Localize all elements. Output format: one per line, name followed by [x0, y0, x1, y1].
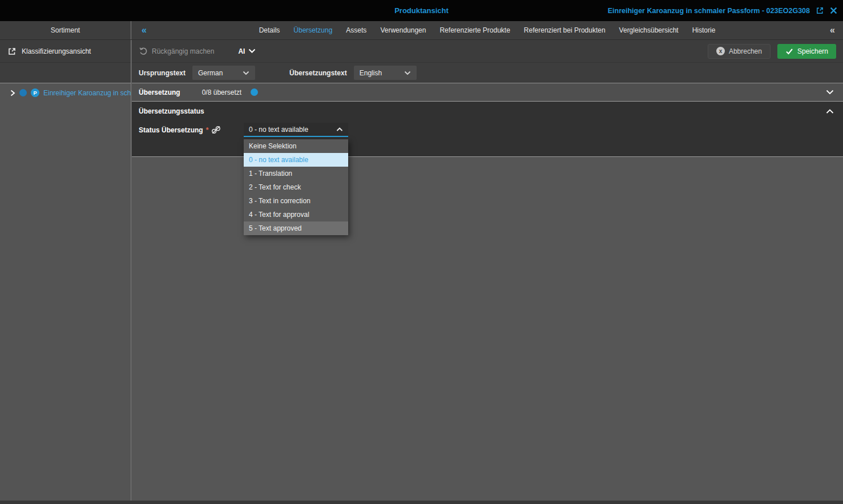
tree-status-dot	[19, 89, 27, 96]
bottom-strip	[0, 501, 843, 504]
translation-section-title: Übersetzung	[139, 88, 180, 96]
toolbar-actions: x Abbrechen Speichern	[708, 44, 836, 59]
classification-view-label: Klassifizierungsansicht	[22, 47, 91, 55]
cancel-button[interactable]: x Abbrechen	[708, 44, 771, 59]
field-label-text: Status Übersetzung	[139, 126, 203, 134]
target-language-label: Übersetzungstext	[289, 69, 347, 77]
ai-dropdown-button[interactable]: AI	[238, 47, 256, 55]
undo-button[interactable]: Rückgängig machen	[139, 47, 214, 55]
cancel-label: Abbrechen	[729, 47, 762, 55]
required-marker: *	[206, 126, 209, 134]
ai-label: AI	[238, 47, 245, 55]
dropdown-option-3-text-in-correction[interactable]: 3 - Text in correction	[244, 194, 348, 208]
translation-status-title: Übersetzungsstatus	[139, 107, 204, 115]
chevron-up-icon[interactable]	[826, 109, 834, 114]
top-bar: Produktansicht Einreihiger Karoanzug in …	[0, 0, 843, 21]
tab-details[interactable]: Details	[259, 26, 280, 34]
chevron-up-icon	[336, 127, 343, 132]
tab-vergleichsuebersicht[interactable]: Vergleichsübersicht	[619, 26, 679, 34]
chevron-down-icon	[248, 49, 256, 54]
tab-strip: « Details Übersetzung Assets Verwendunge…	[131, 21, 843, 39]
collapse-tree-panel-icon[interactable]: «	[142, 25, 147, 35]
checkmark-icon	[785, 48, 793, 55]
tab-referenzierte-produkte[interactable]: Referenzierte Produkte	[439, 26, 510, 34]
source-language-select[interactable]: German	[192, 66, 255, 80]
close-icon[interactable]	[830, 7, 837, 14]
status-translation-field-row: Status Übersetzung * 0 - no text availab…	[132, 123, 843, 137]
cancel-circle-icon: x	[716, 47, 725, 55]
tree-expand-chevron-icon[interactable]	[10, 90, 15, 96]
tab-referenziert-bei-produkten[interactable]: Referenziert bei Produkten	[524, 26, 606, 34]
translation-status-subsection-header[interactable]: Übersetzungsstatus	[132, 102, 843, 121]
status-select-value: 0 - no text available	[249, 126, 308, 134]
language-bar: Ursprungstext German Übersetzungstext En…	[132, 63, 843, 83]
tab-bar: Sortiment « Details Übersetzung Assets V…	[0, 21, 843, 40]
translation-section-header[interactable]: Übersetzung 0/8 übersetzt	[132, 83, 843, 102]
chevron-down-icon	[243, 71, 249, 75]
dropdown-option-2-text-for-check[interactable]: 2 - Text for check	[244, 180, 348, 194]
collapse-right-panel-icon[interactable]: «	[830, 25, 835, 35]
status-select-wrap: 0 - no text available Keine Selektion 0 …	[244, 123, 348, 137]
klassifizierungsansicht-button[interactable]: Klassifizierungsansicht	[0, 40, 131, 63]
source-language-label: Ursprungstext	[139, 69, 185, 77]
status-translation-select[interactable]: 0 - no text available	[244, 123, 348, 137]
save-button[interactable]: Speichern	[777, 44, 836, 59]
dropdown-option-0-no-text-available[interactable]: 0 - no text available	[244, 153, 348, 167]
tab-assets[interactable]: Assets	[346, 26, 366, 34]
dropdown-option-5-text-approved[interactable]: 5 - Text approved	[244, 221, 348, 235]
translation-status-panel: Übersetzungsstatus Status Übersetzung *	[132, 102, 843, 157]
top-bar-right-group: Einreihiger Karoanzug in schmaler Passfo…	[608, 0, 837, 21]
translation-progress-indicator	[251, 88, 258, 96]
sortiment-panel-title: Sortiment	[0, 21, 131, 39]
undo-label: Rückgängig machen	[152, 47, 214, 55]
main-content: Rückgängig machen AI x Abbrechen	[132, 40, 843, 504]
edit-toolbar: Rückgängig machen AI x Abbrechen	[132, 40, 843, 63]
sidebar-band	[0, 63, 131, 83]
tabs: Details Übersetzung Assets Verwendungen …	[131, 26, 843, 34]
dropdown-option-1-translation[interactable]: 1 - Translation	[244, 167, 348, 180]
undo-icon	[139, 47, 147, 55]
product-type-badge: P	[31, 88, 39, 97]
source-language-value: German	[198, 69, 223, 77]
chevron-down-icon	[404, 71, 411, 75]
tab-verwendungen[interactable]: Verwendungen	[380, 26, 426, 34]
status-dropdown-menu: Keine Selektion 0 - no text available 1 …	[244, 139, 348, 235]
target-language-select[interactable]: English	[354, 66, 417, 80]
open-external-icon[interactable]	[816, 6, 824, 15]
sidebar: Klassifizierungsansicht P Einreihiger Ka…	[0, 40, 131, 504]
chevron-down-icon[interactable]	[826, 90, 834, 95]
product-name-label: Einreihiger Karoanzug in schmaler Passfo…	[608, 7, 810, 15]
translation-progress-label: 0/8 übersetzt	[202, 88, 241, 96]
classification-view-icon	[7, 47, 17, 56]
save-label: Speichern	[797, 47, 828, 55]
dropdown-option-keine-selektion[interactable]: Keine Selektion	[244, 139, 348, 153]
tree-item-label[interactable]: Einreihiger Karoanzug in schma	[43, 89, 131, 97]
status-translation-label: Status Übersetzung *	[139, 123, 244, 134]
dropdown-option-4-text-for-approval[interactable]: 4 - Text for approval	[244, 208, 348, 221]
tab-historie[interactable]: Historie	[692, 26, 716, 34]
page-title: Produktansicht	[394, 0, 449, 21]
unlink-icon	[211, 126, 221, 134]
tree-item-product[interactable]: P Einreihiger Karoanzug in schma	[0, 83, 131, 97]
target-language-value: English	[360, 69, 382, 77]
sortiment-label: Sortiment	[51, 26, 80, 34]
tab-uebersetzung[interactable]: Übersetzung	[293, 26, 332, 34]
